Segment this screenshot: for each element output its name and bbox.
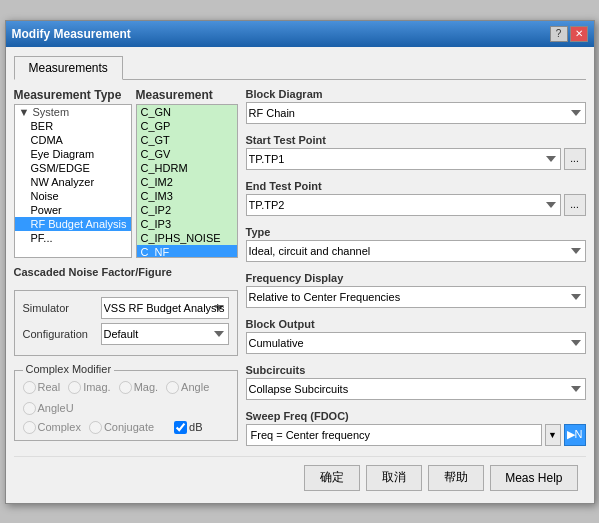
tree-item-eye-diagram[interactable]: Eye Diagram (15, 147, 131, 161)
list-item-cim3[interactable]: C_IM3 (137, 189, 237, 203)
window-title: Modify Measurement (12, 27, 131, 41)
start-test-select-row: TP.TP1 ... (246, 148, 586, 170)
subcircuits-select[interactable]: Collapse Subcircuits (246, 378, 586, 400)
subcircuits-label: Subcircuits (246, 364, 586, 376)
radio-imag[interactable]: Imag. (68, 381, 111, 394)
list-item-cgt[interactable]: C_GT (137, 133, 237, 147)
start-test-row: Start Test Point TP.TP1 ... (246, 134, 586, 170)
radio-conjugate[interactable]: Conjugate (89, 421, 154, 434)
radio-complex[interactable]: Complex (23, 421, 81, 434)
type-select-row: Ideal, circuit and channel (246, 240, 586, 262)
title-bar-buttons: ? ✕ (550, 26, 588, 42)
sweep-input-row: ▼ ▶N (246, 424, 586, 446)
tree-item-rfbudget[interactable]: RF Budget Analysis (15, 217, 131, 231)
end-test-select-row: TP.TP2 ... (246, 194, 586, 216)
list-item-cim2[interactable]: C_IM2 (137, 175, 237, 189)
lists-row: Measurement Type ▼ System BER CDMA Eye D… (14, 88, 238, 258)
cascaded-label: Cascaded Noise Factor/Figure (14, 266, 238, 278)
tree-item-nw[interactable]: NW Analyzer (15, 175, 131, 189)
end-test-browse-button[interactable]: ... (564, 194, 586, 216)
meas-type-label: Measurement Type (14, 88, 132, 102)
simulator-select[interactable]: VSS RF Budget Analysis (101, 297, 229, 319)
sweep-nav-button[interactable]: ▶N (564, 424, 586, 446)
radio-group-1: Real Imag. Mag. Angle AngleU (23, 377, 229, 415)
list-item-cgv[interactable]: C_GV (137, 147, 237, 161)
sweep-freq-row: Sweep Freq (FDOC) ▼ ▶N (246, 410, 586, 446)
start-test-label: Start Test Point (246, 134, 586, 146)
help-button[interactable]: 帮助 (428, 465, 484, 491)
freq-display-row: Frequency Display Relative to Center Fre… (246, 272, 586, 308)
tree-item-pf[interactable]: PF... (15, 231, 131, 245)
block-output-label: Block Output (246, 318, 586, 330)
radio-angle[interactable]: Angle (166, 381, 209, 394)
freq-display-select-row: Relative to Center Frequencies (246, 286, 586, 308)
list-item-cgn[interactable]: C_GN (137, 105, 237, 119)
main-window: Modify Measurement ? ✕ Measurements Meas… (5, 20, 595, 504)
db-checkbox-label[interactable]: dB (174, 421, 202, 434)
meas-list[interactable]: C_GN C_GP C_GT C_GV C_HDRM C_IM2 C_IM3 C… (136, 104, 238, 258)
db-label: dB (189, 421, 202, 433)
confirm-button[interactable]: 确定 (304, 465, 360, 491)
config-row: Configuration Default (23, 323, 229, 345)
left-panel: Measurement Type ▼ System BER CDMA Eye D… (14, 88, 238, 450)
block-output-row: Block Output Cumulative (246, 318, 586, 354)
simulator-group: Simulator VSS RF Budget Analysis Configu… (14, 290, 238, 356)
help-title-button[interactable]: ? (550, 26, 568, 42)
type-row: Type Ideal, circuit and channel (246, 226, 586, 262)
window-body: Measurements Measurement Type ▼ System B… (6, 47, 594, 503)
end-test-label: End Test Point (246, 180, 586, 192)
list-item-cip2[interactable]: C_IP2 (137, 203, 237, 217)
list-item-cnf[interactable]: C_NF (137, 245, 237, 258)
tree-item-noise[interactable]: Noise (15, 189, 131, 203)
radio-real[interactable]: Real (23, 381, 61, 394)
freq-display-label: Frequency Display (246, 272, 586, 284)
end-test-select[interactable]: TP.TP2 (246, 194, 561, 216)
config-select[interactable]: Default (101, 323, 229, 345)
sweep-dropdown-button[interactable]: ▼ (545, 424, 561, 446)
radio-angleu[interactable]: AngleU (23, 402, 74, 415)
bottom-bar: 确定 取消 帮助 Meas Help (14, 456, 586, 495)
content-area: Measurement Type ▼ System BER CDMA Eye D… (14, 88, 586, 450)
meas-label: Measurement (136, 88, 238, 102)
tree-item-ber[interactable]: BER (15, 119, 131, 133)
db-checkbox[interactable] (174, 421, 187, 434)
block-diagram-select-row: RF Chain (246, 102, 586, 124)
start-test-select[interactable]: TP.TP1 (246, 148, 561, 170)
subcircuits-row: Subcircuits Collapse Subcircuits (246, 364, 586, 400)
meas-type-list[interactable]: ▼ System BER CDMA Eye Diagram GSM/EDGE N… (14, 104, 132, 258)
sweep-freq-label: Sweep Freq (FDOC) (246, 410, 586, 422)
block-output-select-row: Cumulative (246, 332, 586, 354)
sweep-freq-input[interactable] (246, 424, 542, 446)
radio-mag[interactable]: Mag. (119, 381, 158, 394)
subcircuits-select-row: Collapse Subcircuits (246, 378, 586, 400)
meas-type-container: Measurement Type ▼ System BER CDMA Eye D… (14, 88, 132, 258)
block-output-select[interactable]: Cumulative (246, 332, 586, 354)
tab-measurements[interactable]: Measurements (14, 56, 123, 80)
meas-help-button[interactable]: Meas Help (490, 465, 577, 491)
block-diagram-select[interactable]: RF Chain (246, 102, 586, 124)
title-bar: Modify Measurement ? ✕ (6, 21, 594, 47)
tab-bar: Measurements (14, 55, 586, 80)
tree-item-power[interactable]: Power (15, 203, 131, 217)
close-button[interactable]: ✕ (570, 26, 588, 42)
tree-item-system[interactable]: ▼ System (15, 105, 131, 119)
simulator-row: Simulator VSS RF Budget Analysis (23, 297, 229, 319)
type-select[interactable]: Ideal, circuit and channel (246, 240, 586, 262)
list-item-cgp[interactable]: C_GP (137, 119, 237, 133)
list-item-ciphs[interactable]: C_IPHS_NOISE (137, 231, 237, 245)
list-item-cip3[interactable]: C_IP3 (137, 217, 237, 231)
config-label: Configuration (23, 328, 95, 340)
list-item-chdrm[interactable]: C_HDRM (137, 161, 237, 175)
cancel-button[interactable]: 取消 (366, 465, 422, 491)
complex-group: Complex Modifier Real Imag. Mag. Angle (14, 370, 238, 441)
tree-item-gsm[interactable]: GSM/EDGE (15, 161, 131, 175)
meas-list-container: Measurement C_GN C_GP C_GT C_GV C_HDRM C… (136, 88, 238, 258)
start-test-browse-button[interactable]: ... (564, 148, 586, 170)
block-diagram-row: Block Diagram RF Chain (246, 88, 586, 124)
tree-item-cdma[interactable]: CDMA (15, 133, 131, 147)
radio-group-2: Complex Conjugate dB (23, 417, 229, 434)
type-label: Type (246, 226, 586, 238)
freq-display-select[interactable]: Relative to Center Frequencies (246, 286, 586, 308)
end-test-row: End Test Point TP.TP2 ... (246, 180, 586, 216)
block-diagram-label: Block Diagram (246, 88, 586, 100)
